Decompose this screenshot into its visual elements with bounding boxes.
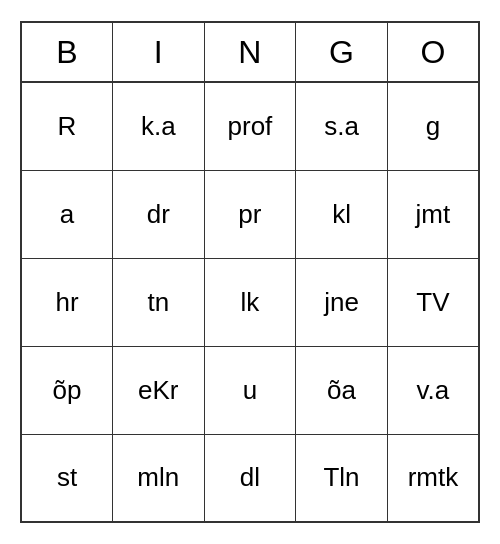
cell-r0-c2: prof bbox=[204, 82, 296, 170]
cell-r2-c2: lk bbox=[204, 258, 296, 346]
cell-r3-c0: õp bbox=[21, 346, 113, 434]
bingo-card: BINGO Rk.aprofs.agadrprkljmthrtnlkjneTVõ… bbox=[20, 21, 480, 523]
cell-r3-c2: u bbox=[204, 346, 296, 434]
header-col-i: I bbox=[113, 22, 205, 82]
cell-r1-c2: pr bbox=[204, 170, 296, 258]
cell-r4-c3: Tln bbox=[296, 434, 388, 522]
cell-r2-c0: hr bbox=[21, 258, 113, 346]
cell-r3-c1: eKr bbox=[113, 346, 205, 434]
cell-r0-c1: k.a bbox=[113, 82, 205, 170]
cell-r1-c3: kl bbox=[296, 170, 388, 258]
header-col-g: G bbox=[296, 22, 388, 82]
cell-r0-c4: g bbox=[387, 82, 479, 170]
table-row: Rk.aprofs.ag bbox=[21, 82, 479, 170]
header-col-b: B bbox=[21, 22, 113, 82]
cell-r4-c4: rmtk bbox=[387, 434, 479, 522]
table-row: adrprkljmt bbox=[21, 170, 479, 258]
cell-r2-c4: TV bbox=[387, 258, 479, 346]
cell-r3-c3: õa bbox=[296, 346, 388, 434]
header-col-n: N bbox=[204, 22, 296, 82]
cell-r0-c3: s.a bbox=[296, 82, 388, 170]
cell-r1-c4: jmt bbox=[387, 170, 479, 258]
table-row: stmlndlTlnrmtk bbox=[21, 434, 479, 522]
cell-r2-c1: tn bbox=[113, 258, 205, 346]
cell-r2-c3: jne bbox=[296, 258, 388, 346]
cell-r0-c0: R bbox=[21, 82, 113, 170]
cell-r1-c1: dr bbox=[113, 170, 205, 258]
cell-r4-c0: st bbox=[21, 434, 113, 522]
table-row: õpeKruõav.a bbox=[21, 346, 479, 434]
cell-r1-c0: a bbox=[21, 170, 113, 258]
cell-r4-c1: mln bbox=[113, 434, 205, 522]
header-col-o: O bbox=[387, 22, 479, 82]
header-row: BINGO bbox=[21, 22, 479, 82]
cell-r4-c2: dl bbox=[204, 434, 296, 522]
cell-r3-c4: v.a bbox=[387, 346, 479, 434]
table-row: hrtnlkjneTV bbox=[21, 258, 479, 346]
